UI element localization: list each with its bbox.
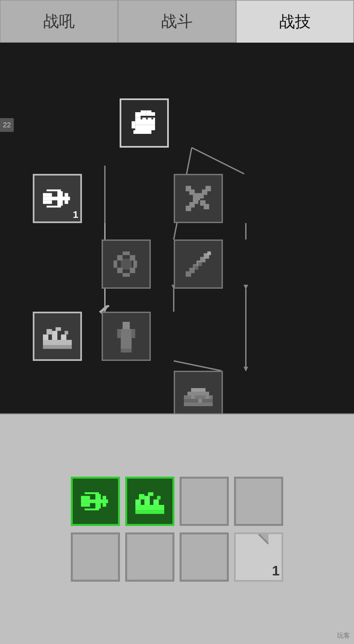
svg-marker-10 [244,367,248,371]
svg-rect-60 [207,252,211,255]
side-badge: 22 [0,118,14,132]
inventory-slot-6[interactable] [125,532,174,582]
inventory-slot-4[interactable] [234,477,283,526]
svg-rect-63 [43,340,72,345]
svg-rect-73 [117,329,121,338]
svg-rect-12 [135,112,141,118]
svg-rect-27 [47,190,61,192]
shield-icon [180,377,216,413]
svg-rect-37 [204,204,209,210]
svg-rect-86 [206,395,209,399]
svg-rect-28 [47,206,61,208]
svg-rect-49 [117,268,123,273]
skill-node-slash[interactable]: 1 [33,174,82,223]
slash-badge: 1 [73,209,78,220]
svg-rect-97 [135,500,141,505]
tab-combat[interactable]: 战斗 [118,0,236,43]
watermark: 玩客 [337,631,350,640]
svg-rect-103 [135,510,164,514]
svg-rect-85 [198,399,202,403]
svg-rect-83 [191,388,206,392]
svg-rect-21 [146,118,148,120]
throw-icon [180,246,216,282]
slot-8-badge: 1 [272,563,280,579]
svg-rect-53 [121,260,132,268]
svg-rect-102 [157,496,161,500]
inventory-area: 1 [0,414,354,644]
svg-rect-45 [130,255,135,261]
svg-rect-19 [133,130,151,134]
inventory-slot-8[interactable]: 1 [234,532,283,582]
svg-rect-69 [65,331,68,335]
svg-rect-31 [65,200,68,204]
slash-icon [39,180,75,217]
svg-rect-43 [186,206,191,211]
svg-rect-89 [81,503,90,507]
svg-rect-48 [123,273,130,277]
svg-rect-101 [148,492,154,496]
warrior-icon [108,318,144,354]
inventory-slot-1[interactable] [71,477,120,526]
svg-rect-78 [126,349,132,353]
svg-rect-40 [198,193,204,199]
svg-rect-65 [52,331,58,340]
svg-rect-84 [191,395,195,399]
svg-rect-99 [153,500,159,505]
svg-rect-90 [95,494,101,509]
fist-icon [126,105,162,141]
svg-rect-30 [65,193,68,197]
svg-rect-95 [103,503,106,507]
inventory-row-2: 1 [71,532,283,582]
skill-node-fist[interactable] [120,98,169,148]
svg-rect-76 [126,340,132,349]
svg-rect-64 [43,335,49,340]
svg-rect-71 [123,322,130,329]
svg-rect-50 [114,260,117,268]
svg-rect-24 [43,193,52,197]
svg-rect-92 [85,509,99,510]
inventory-slot-2[interactable] [125,477,174,526]
svg-rect-14 [146,111,152,116]
skill-node-throw[interactable] [174,239,223,289]
svg-line-7 [174,361,221,371]
svg-rect-94 [103,496,106,500]
svg-rect-29 [63,197,70,200]
inventory-slot-5[interactable] [71,532,120,582]
svg-rect-26 [57,191,63,206]
svg-rect-44 [123,252,130,255]
svg-rect-75 [121,340,127,349]
inventory-slot-7[interactable] [180,532,229,582]
skill-node-spin[interactable] [102,239,151,289]
skill-node-shield[interactable] [174,371,223,413]
svg-rect-20 [141,118,143,120]
tab-skills[interactable]: 战技 [236,0,354,43]
inventory-row-1 [71,477,283,526]
svg-rect-13 [141,111,146,116]
svg-rect-46 [133,260,137,268]
tab-bar: 战吼 战斗 战技 [0,0,354,43]
svg-rect-51 [117,255,123,261]
svg-rect-88 [81,496,90,500]
tab-warhowl[interactable]: 战吼 [0,0,118,43]
svg-line-1 [192,148,244,174]
corner-fold-icon [236,534,268,567]
svg-rect-61 [195,266,198,270]
inventory-slot-3[interactable] [180,477,229,526]
svg-rect-68 [56,327,61,331]
svg-rect-66 [61,335,67,340]
svg-rect-72 [121,329,132,340]
inv-slash-icon [77,483,113,519]
svg-rect-70 [43,345,72,349]
svg-rect-18 [135,125,155,131]
svg-rect-82 [187,392,209,395]
spin-icon [108,246,144,282]
skill-node-warrior[interactable] [102,312,151,361]
cross-icon [180,180,216,217]
svg-rect-47 [130,268,135,273]
wave-icon [39,318,75,354]
skill-node-cross[interactable] [174,174,223,223]
svg-rect-96 [135,505,164,510]
svg-rect-74 [132,329,135,338]
svg-marker-9 [244,285,248,289]
skill-node-wave[interactable] [33,312,82,361]
